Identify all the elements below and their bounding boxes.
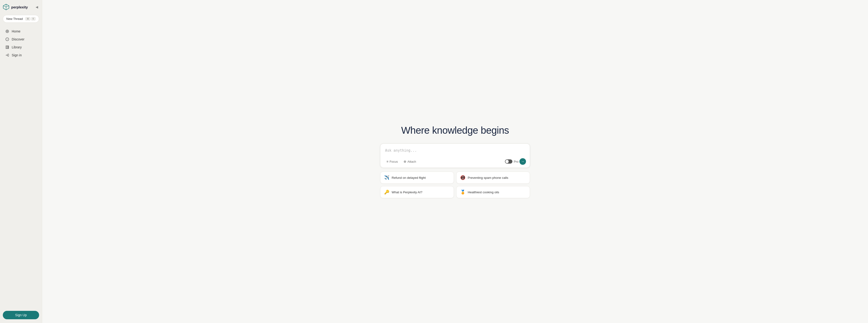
svg-point-1 <box>7 31 8 32</box>
focus-icon: ≡ <box>386 159 389 164</box>
suggestion-text-2: What is Perplexity AI? <box>392 190 422 194</box>
signup-button[interactable]: Sign Up <box>3 311 39 319</box>
sidebar-nav: Home Discover Library <box>3 27 39 59</box>
logo: perplexity <box>3 4 28 10</box>
svg-marker-3 <box>6 39 8 40</box>
focus-button[interactable]: ≡ Focus <box>384 158 400 165</box>
sidebar-item-library-label: Library <box>12 45 22 49</box>
search-box: ≡ Focus ⊕ Attach Pro → <box>380 144 530 168</box>
attach-icon: ⊕ <box>404 159 406 164</box>
pro-toggle: Pro <box>505 159 519 164</box>
collapse-icon: ◀ <box>36 5 38 9</box>
library-icon <box>5 45 9 49</box>
keyboard-hints: ⌘ K <box>25 17 36 21</box>
attach-label: Attach <box>407 160 416 164</box>
suggestion-text-3: Healthiest cooking oils <box>468 190 499 194</box>
pro-toggle-switch[interactable] <box>505 159 513 164</box>
main-content: Where knowledge begins ≡ Focus ⊕ Attach … <box>42 0 868 323</box>
suggestion-text-0: Refund on delayed flight <box>392 176 426 179</box>
sidebar-item-discover[interactable]: Discover <box>3 35 39 43</box>
svg-rect-4 <box>6 46 7 48</box>
hero-title: Where knowledge begins <box>401 125 509 136</box>
sidebar-item-signin-label: Sign in <box>12 53 22 57</box>
sidebar-item-signin[interactable]: Sign in <box>3 51 39 59</box>
suggestion-card-3[interactable]: 🏅 Healthiest cooking oils <box>456 186 530 198</box>
sidebar-item-library[interactable]: Library <box>3 43 39 51</box>
suggestion-card-2[interactable]: 🔑 What is Perplexity AI? <box>380 186 454 198</box>
suggestion-icon-2: 🔑 <box>384 189 389 195</box>
kbd-k: K <box>31 17 36 21</box>
suggestions-grid: ✈️ Refund on delayed flight 📵 Preventing… <box>380 172 530 198</box>
suggestion-card-0[interactable]: ✈️ Refund on delayed flight <box>380 172 454 184</box>
sidebar-header: perplexity ◀ <box>3 4 39 10</box>
compass-icon <box>5 37 9 41</box>
submit-button[interactable]: → <box>520 158 526 165</box>
suggestion-icon-3: 🏅 <box>460 189 465 195</box>
collapse-sidebar-button[interactable]: ◀ <box>35 4 39 10</box>
perplexity-logo-icon <box>3 4 9 10</box>
new-thread-label: New Thread <box>6 17 23 21</box>
svg-point-0 <box>6 30 9 33</box>
suggestion-text-1: Preventing spam phone calls <box>468 176 508 179</box>
submit-icon: → <box>521 159 524 164</box>
sidebar-item-home[interactable]: Home <box>3 27 39 35</box>
search-input[interactable] <box>385 148 525 153</box>
suggestion-icon-1: 📵 <box>460 175 465 180</box>
home-icon <box>5 29 9 33</box>
signin-icon <box>5 53 9 57</box>
svg-rect-5 <box>7 46 8 48</box>
search-toolbar: ≡ Focus ⊕ Attach Pro → <box>380 156 530 168</box>
signup-label: Sign Up <box>15 313 27 317</box>
kbd-cmd: ⌘ <box>25 17 30 21</box>
sidebar-item-discover-label: Discover <box>12 37 24 41</box>
attach-button[interactable]: ⊕ Attach <box>401 158 418 165</box>
suggestion-card-1[interactable]: 📵 Preventing spam phone calls <box>456 172 530 184</box>
suggestion-icon-0: ✈️ <box>384 175 389 180</box>
logo-text: perplexity <box>11 5 28 9</box>
new-thread-button[interactable]: New Thread ⌘ K <box>3 15 39 23</box>
sidebar-item-home-label: Home <box>12 30 20 33</box>
pro-label: Pro <box>514 160 519 164</box>
svg-rect-6 <box>8 46 9 48</box>
sidebar: perplexity ◀ New Thread ⌘ K Home <box>0 0 42 323</box>
focus-label: Focus <box>390 160 398 164</box>
search-input-area <box>380 144 530 156</box>
